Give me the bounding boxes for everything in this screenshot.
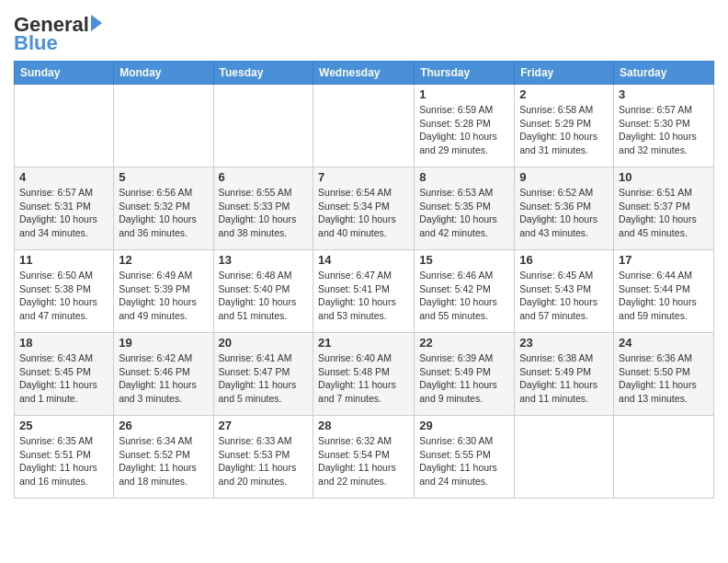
day-info: Sunrise: 6:43 AMSunset: 5:45 PMDaylight:… <box>19 351 108 406</box>
day-info: Sunrise: 6:34 AMSunset: 5:52 PMDaylight:… <box>119 434 208 488</box>
day-info: Sunrise: 6:33 AMSunset: 5:53 PMDaylight:… <box>219 434 309 488</box>
day-info: Sunrise: 6:45 AMSunset: 5:43 PMDaylight:… <box>519 269 609 323</box>
day-cell: 9Sunrise: 6:52 AMSunset: 5:36 PMDaylight… <box>515 167 614 250</box>
day-cell: 29Sunrise: 6:30 AMSunset: 5:55 PMDayligh… <box>415 416 515 499</box>
day-number: 20 <box>219 336 309 350</box>
day-cell <box>213 85 313 167</box>
day-cell <box>114 85 213 167</box>
day-info: Sunrise: 6:30 AMSunset: 5:55 PMDaylight:… <box>419 434 509 488</box>
day-cell <box>614 416 714 499</box>
day-number: 28 <box>318 419 409 432</box>
day-info: Sunrise: 6:53 AMSunset: 5:35 PMDaylight:… <box>419 186 509 240</box>
day-cell: 3Sunrise: 6:57 AMSunset: 5:30 PMDaylight… <box>614 85 714 167</box>
day-number: 14 <box>318 253 409 267</box>
week-row-1: 1Sunrise: 6:59 AMSunset: 5:28 PMDaylight… <box>15 85 714 167</box>
day-cell <box>15 85 114 167</box>
day-cell: 21Sunrise: 6:40 AMSunset: 5:48 PMDayligh… <box>313 333 415 416</box>
weekday-header-sunday: Sunday <box>15 62 114 85</box>
day-cell: 22Sunrise: 6:39 AMSunset: 5:49 PMDayligh… <box>415 333 515 416</box>
week-row-3: 11Sunrise: 6:50 AMSunset: 5:38 PMDayligh… <box>15 250 714 333</box>
day-info: Sunrise: 6:47 AMSunset: 5:41 PMDaylight:… <box>318 269 409 323</box>
weekday-header-tuesday: Tuesday <box>213 62 313 85</box>
weekday-row: SundayMondayTuesdayWednesdayThursdayFrid… <box>15 62 714 85</box>
day-number: 9 <box>519 170 609 184</box>
week-row-5: 25Sunrise: 6:35 AMSunset: 5:51 PMDayligh… <box>15 416 714 499</box>
calendar-body: 1Sunrise: 6:59 AMSunset: 5:28 PMDaylight… <box>15 85 714 499</box>
day-cell: 26Sunrise: 6:34 AMSunset: 5:52 PMDayligh… <box>114 416 213 499</box>
day-number: 25 <box>19 419 108 432</box>
day-number: 15 <box>419 253 509 267</box>
day-cell: 23Sunrise: 6:38 AMSunset: 5:49 PMDayligh… <box>515 333 614 416</box>
day-cell <box>313 85 415 167</box>
day-info: Sunrise: 6:58 AMSunset: 5:29 PMDaylight:… <box>519 103 609 157</box>
day-info: Sunrise: 6:44 AMSunset: 5:44 PMDaylight:… <box>619 269 709 323</box>
day-cell: 5Sunrise: 6:56 AMSunset: 5:32 PMDaylight… <box>114 167 213 250</box>
calendar-header: SundayMondayTuesdayWednesdayThursdayFrid… <box>15 62 714 85</box>
day-number: 23 <box>519 336 609 350</box>
day-info: Sunrise: 6:55 AMSunset: 5:33 PMDaylight:… <box>219 186 309 240</box>
day-info: Sunrise: 6:40 AMSunset: 5:48 PMDaylight:… <box>318 351 409 406</box>
day-cell: 15Sunrise: 6:46 AMSunset: 5:42 PMDayligh… <box>415 250 515 333</box>
day-cell: 28Sunrise: 6:32 AMSunset: 5:54 PMDayligh… <box>313 416 415 499</box>
day-info: Sunrise: 6:56 AMSunset: 5:32 PMDaylight:… <box>119 186 208 240</box>
day-cell: 19Sunrise: 6:42 AMSunset: 5:46 PMDayligh… <box>114 333 213 416</box>
day-cell: 27Sunrise: 6:33 AMSunset: 5:53 PMDayligh… <box>213 416 313 499</box>
day-info: Sunrise: 6:57 AMSunset: 5:30 PMDaylight:… <box>619 103 709 157</box>
week-row-4: 18Sunrise: 6:43 AMSunset: 5:45 PMDayligh… <box>15 333 714 416</box>
day-cell: 1Sunrise: 6:59 AMSunset: 5:28 PMDaylight… <box>415 85 515 167</box>
day-number: 29 <box>419 419 509 432</box>
weekday-header-thursday: Thursday <box>415 62 515 85</box>
day-cell: 4Sunrise: 6:57 AMSunset: 5:31 PMDaylight… <box>15 167 114 250</box>
weekday-header-monday: Monday <box>114 62 213 85</box>
day-cell <box>515 416 614 499</box>
day-number: 16 <box>519 253 609 267</box>
day-info: Sunrise: 6:42 AMSunset: 5:46 PMDaylight:… <box>119 351 208 406</box>
day-number: 1 <box>419 87 509 101</box>
day-number: 7 <box>318 170 409 184</box>
day-number: 17 <box>619 253 709 267</box>
day-info: Sunrise: 6:59 AMSunset: 5:28 PMDaylight:… <box>419 103 509 157</box>
day-cell: 14Sunrise: 6:47 AMSunset: 5:41 PMDayligh… <box>313 250 415 333</box>
day-info: Sunrise: 6:35 AMSunset: 5:51 PMDaylight:… <box>19 434 108 488</box>
day-cell: 6Sunrise: 6:55 AMSunset: 5:33 PMDaylight… <box>213 167 313 250</box>
day-cell: 11Sunrise: 6:50 AMSunset: 5:38 PMDayligh… <box>15 250 114 333</box>
day-info: Sunrise: 6:38 AMSunset: 5:49 PMDaylight:… <box>519 351 609 406</box>
day-info: Sunrise: 6:49 AMSunset: 5:39 PMDaylight:… <box>119 269 208 323</box>
day-info: Sunrise: 6:32 AMSunset: 5:54 PMDaylight:… <box>318 434 409 488</box>
day-number: 2 <box>519 87 609 101</box>
weekday-header-saturday: Saturday <box>614 62 714 85</box>
day-cell: 7Sunrise: 6:54 AMSunset: 5:34 PMDaylight… <box>313 167 415 250</box>
week-row-2: 4Sunrise: 6:57 AMSunset: 5:31 PMDaylight… <box>15 167 714 250</box>
day-number: 4 <box>19 170 108 184</box>
day-info: Sunrise: 6:39 AMSunset: 5:49 PMDaylight:… <box>419 351 509 406</box>
day-info: Sunrise: 6:54 AMSunset: 5:34 PMDaylight:… <box>318 186 409 240</box>
day-cell: 13Sunrise: 6:48 AMSunset: 5:40 PMDayligh… <box>213 250 313 333</box>
day-cell: 8Sunrise: 6:53 AMSunset: 5:35 PMDaylight… <box>415 167 515 250</box>
day-cell: 17Sunrise: 6:44 AMSunset: 5:44 PMDayligh… <box>614 250 714 333</box>
day-cell: 18Sunrise: 6:43 AMSunset: 5:45 PMDayligh… <box>15 333 114 416</box>
day-number: 8 <box>419 170 509 184</box>
day-cell: 20Sunrise: 6:41 AMSunset: 5:47 PMDayligh… <box>213 333 313 416</box>
day-cell: 24Sunrise: 6:36 AMSunset: 5:50 PMDayligh… <box>614 333 714 416</box>
header: General Blue <box>14 9 714 53</box>
day-number: 5 <box>119 170 208 184</box>
logo-arrow-icon <box>91 15 102 31</box>
day-number: 6 <box>219 170 309 184</box>
day-info: Sunrise: 6:52 AMSunset: 5:36 PMDaylight:… <box>519 186 609 240</box>
day-cell: 10Sunrise: 6:51 AMSunset: 5:37 PMDayligh… <box>614 167 714 250</box>
day-info: Sunrise: 6:50 AMSunset: 5:38 PMDaylight:… <box>19 269 108 323</box>
day-info: Sunrise: 6:51 AMSunset: 5:37 PMDaylight:… <box>619 186 709 240</box>
day-info: Sunrise: 6:41 AMSunset: 5:47 PMDaylight:… <box>219 351 309 406</box>
logo: General Blue <box>14 15 102 53</box>
day-number: 24 <box>619 336 709 350</box>
day-number: 13 <box>219 253 309 267</box>
day-info: Sunrise: 6:36 AMSunset: 5:50 PMDaylight:… <box>619 351 709 406</box>
calendar: SundayMondayTuesdayWednesdayThursdayFrid… <box>14 61 714 499</box>
day-cell: 25Sunrise: 6:35 AMSunset: 5:51 PMDayligh… <box>15 416 114 499</box>
day-number: 26 <box>119 419 208 432</box>
day-cell: 12Sunrise: 6:49 AMSunset: 5:39 PMDayligh… <box>114 250 213 333</box>
day-number: 21 <box>318 336 409 350</box>
day-cell: 16Sunrise: 6:45 AMSunset: 5:43 PMDayligh… <box>515 250 614 333</box>
weekday-header-wednesday: Wednesday <box>313 62 415 85</box>
weekday-header-friday: Friday <box>515 62 614 85</box>
